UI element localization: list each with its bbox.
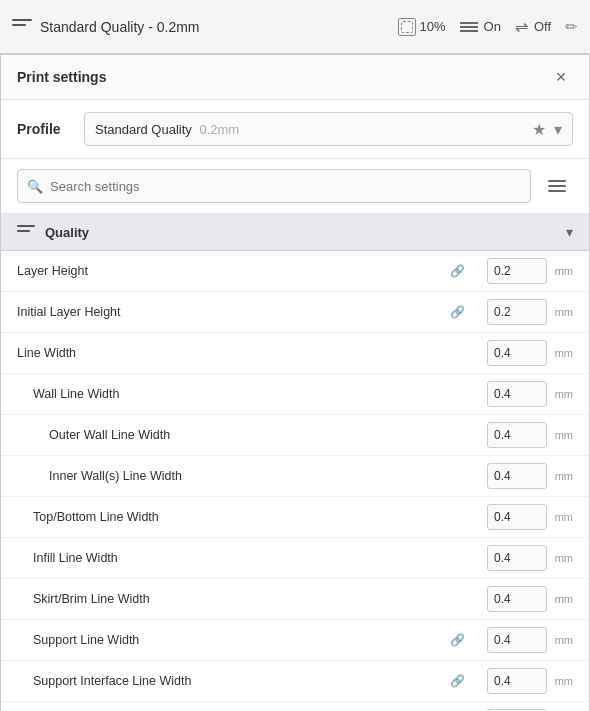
setting-name: Initial Layer Height <box>17 305 450 319</box>
setting-name: Top/Bottom Line Width <box>17 510 473 524</box>
setting-value-wrap: mm <box>473 299 573 325</box>
setting-unit: mm <box>551 552 573 564</box>
close-button[interactable]: × <box>549 65 573 89</box>
on-off-group: On <box>460 18 501 36</box>
link-icon[interactable]: 🔗 <box>450 305 465 319</box>
setting-unit: mm <box>551 388 573 400</box>
table-row: Outer Wall Line Widthmm <box>1 415 589 456</box>
panel-title: Print settings <box>17 69 106 85</box>
setting-value-wrap: mm <box>473 422 573 448</box>
setting-value-wrap: mm <box>473 463 573 489</box>
link-icon[interactable]: 🔗 <box>450 633 465 647</box>
table-row: Inner Wall(s) Line Widthmm <box>1 456 589 497</box>
setting-value-wrap: mm <box>473 258 573 284</box>
quality-section-icon <box>17 225 35 239</box>
table-row: Skirt/Brim Line Widthmm <box>1 579 589 620</box>
profile-row: Profile Standard Quality 0.2mm ★ ▾ <box>1 100 589 159</box>
setting-unit: mm <box>551 265 573 277</box>
percent-icon <box>398 18 416 36</box>
table-row: Support Interface Line Width🔗mm <box>1 661 589 702</box>
percent-value: 10% <box>420 19 446 34</box>
search-input-wrap: 🔍 <box>17 169 531 203</box>
profile-icon <box>12 19 32 35</box>
profile-select-icons: ★ ▾ <box>532 120 562 139</box>
layer-icon <box>460 18 478 36</box>
setting-unit: mm <box>551 429 573 441</box>
table-row: Top/Bottom Line Widthmm <box>1 497 589 538</box>
setting-value-input[interactable] <box>487 627 547 653</box>
setting-unit: mm <box>551 511 573 523</box>
profile-select[interactable]: Standard Quality 0.2mm ★ ▾ <box>84 112 573 146</box>
split-icon: ⇌ <box>515 17 528 36</box>
panel-header: Print settings × <box>1 55 589 100</box>
percent-control[interactable]: 10% <box>398 18 446 36</box>
setting-value-input[interactable] <box>487 668 547 694</box>
setting-name: Support Line Width <box>17 633 450 647</box>
setting-value-input[interactable] <box>487 504 547 530</box>
setting-value-input[interactable] <box>487 545 547 571</box>
toolbar-controls: 10% On ⇌ Off ✏ <box>398 17 578 36</box>
edit-icon[interactable]: ✏ <box>565 18 578 36</box>
quality-section-header[interactable]: Quality ▾ <box>1 214 589 251</box>
link-icon[interactable]: 🔗 <box>450 264 465 278</box>
setting-name: Skirt/Brim Line Width <box>17 592 473 606</box>
settings-list: Quality ▾ Layer Height🔗mmInitial Layer H… <box>1 214 589 711</box>
search-icon: 🔍 <box>27 179 43 194</box>
section-header-left: Quality <box>17 225 89 240</box>
toolbar: Standard Quality - 0.2mm 10% On ⇌ Off ✏ <box>0 0 590 54</box>
setting-name: Layer Height <box>17 264 450 278</box>
setting-unit: mm <box>551 347 573 359</box>
toolbar-profile-name: Standard Quality - 0.2mm <box>40 19 200 35</box>
quality-section-title: Quality <box>45 225 89 240</box>
setting-value-input[interactable] <box>487 422 547 448</box>
on-label: On <box>484 19 501 34</box>
setting-value-wrap: mm <box>473 340 573 366</box>
search-input[interactable] <box>17 169 531 203</box>
table-row: Infill Line Widthmm <box>1 538 589 579</box>
table-row: Wall Line Widthmm <box>1 374 589 415</box>
off-group: ⇌ Off <box>515 17 551 36</box>
off-label: Off <box>534 19 551 34</box>
table-row: Support Line Width🔗mm <box>1 620 589 661</box>
setting-value-wrap: mm <box>473 545 573 571</box>
setting-name: Inner Wall(s) Line Width <box>17 469 473 483</box>
table-row: Layer Height🔗mm <box>1 251 589 292</box>
star-icon[interactable]: ★ <box>532 120 546 139</box>
setting-value-input[interactable] <box>487 258 547 284</box>
setting-value-input[interactable] <box>487 299 547 325</box>
setting-value-wrap: mm <box>473 627 573 653</box>
chevron-down-icon[interactable]: ▾ <box>554 120 562 139</box>
setting-value-input[interactable] <box>487 463 547 489</box>
menu-icon-button[interactable] <box>541 170 573 202</box>
profile-select-value: Standard Quality 0.2mm <box>95 122 239 137</box>
setting-name: Infill Line Width <box>17 551 473 565</box>
setting-unit: mm <box>551 306 573 318</box>
link-icon[interactable]: 🔗 <box>450 674 465 688</box>
setting-unit: mm <box>551 634 573 646</box>
setting-name: Support Interface Line Width <box>17 674 450 688</box>
setting-name: Line Width <box>17 346 473 360</box>
profile-label: Profile <box>17 121 72 137</box>
setting-unit: mm <box>551 470 573 482</box>
setting-unit: mm <box>551 675 573 687</box>
table-row: Initial Layer Height🔗mm <box>1 292 589 333</box>
setting-name: Wall Line Width <box>17 387 473 401</box>
setting-value-input[interactable] <box>487 586 547 612</box>
setting-value-wrap: mm <box>473 668 573 694</box>
table-row: Line Widthmm <box>1 333 589 374</box>
table-row: Support Roof Line Width🔗mm <box>1 702 589 711</box>
settings-content: Layer Height🔗mmInitial Layer Height🔗mmLi… <box>1 251 589 711</box>
setting-value-input[interactable] <box>487 340 547 366</box>
setting-value-wrap: mm <box>473 381 573 407</box>
toolbar-profile: Standard Quality - 0.2mm <box>12 19 200 35</box>
setting-value-wrap: mm <box>473 586 573 612</box>
quality-section-chevron: ▾ <box>566 224 573 240</box>
setting-name: Outer Wall Line Width <box>17 428 473 442</box>
setting-unit: mm <box>551 593 573 605</box>
setting-value-wrap: mm <box>473 504 573 530</box>
setting-value-input[interactable] <box>487 381 547 407</box>
search-row: 🔍 <box>1 159 589 214</box>
print-settings-panel: Print settings × Profile Standard Qualit… <box>0 54 590 711</box>
